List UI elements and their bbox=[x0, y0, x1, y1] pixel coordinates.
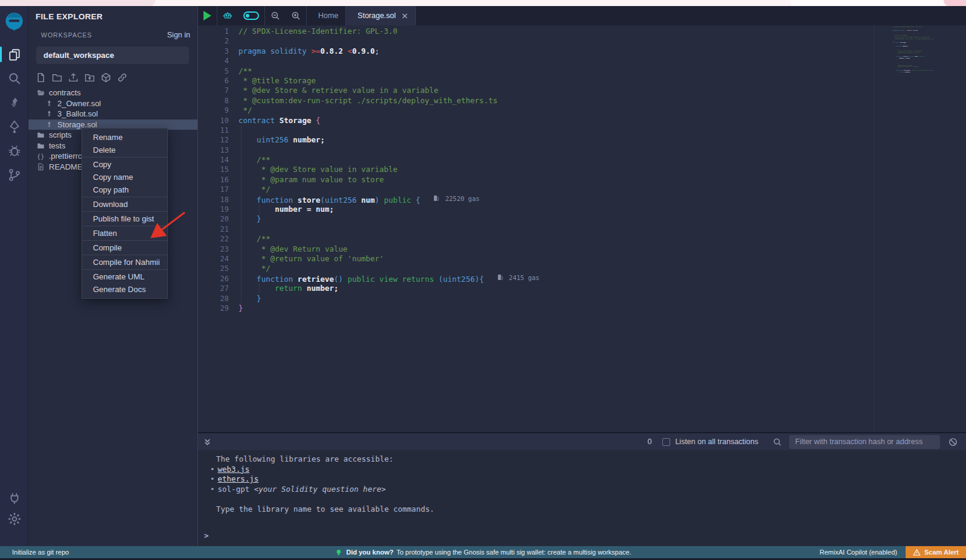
transaction-filter-input[interactable] bbox=[789, 435, 940, 449]
terminal-line bbox=[210, 494, 966, 504]
code-line: // SPDX-License-Identifier: GPL-3.0 bbox=[238, 27, 888, 36]
code-line: */ bbox=[238, 264, 888, 273]
rail-git[interactable] bbox=[0, 163, 28, 187]
upload-files-button[interactable] bbox=[68, 72, 78, 83]
tab-storage-sol[interactable]: Storage.sol bbox=[346, 6, 415, 25]
file-tree-item-3-ballot-sol[interactable]: 3_Ballot.sol bbox=[28, 109, 197, 119]
terminal-line: •ethers.js bbox=[210, 474, 966, 485]
file-toolbar bbox=[28, 69, 197, 86]
context-menu-item-rename[interactable]: Rename bbox=[82, 131, 167, 144]
context-menu-item-copy[interactable]: Copy bbox=[82, 158, 167, 171]
line-number: 18 bbox=[198, 195, 229, 205]
terminal-search-icon[interactable] bbox=[773, 438, 782, 447]
folder-open-icon bbox=[37, 89, 45, 97]
line-number: 6 bbox=[198, 76, 229, 86]
browser-chrome-strip bbox=[0, 0, 966, 6]
zoom-out-button[interactable] bbox=[265, 6, 286, 25]
context-menu-item-delete[interactable]: Delete bbox=[82, 144, 167, 156]
scam-alert-button[interactable]: Scam Alert bbox=[906, 546, 966, 558]
code-line: return number; bbox=[238, 284, 888, 293]
context-menu-item-generate-uml[interactable]: Generate UML bbox=[82, 270, 167, 283]
line-number: 29 bbox=[198, 304, 229, 313]
git-init-button[interactable]: Initialize as git repo bbox=[12, 549, 69, 556]
code-editor[interactable]: 1234567891011121314151617181920212223242… bbox=[198, 25, 966, 432]
code-line: * @dev Store value in variable bbox=[238, 165, 888, 174]
code-line bbox=[238, 36, 888, 46]
cube-button[interactable] bbox=[101, 72, 111, 83]
rail-deploy-run[interactable] bbox=[0, 115, 28, 139]
terminal-link-ethers-js[interactable]: ethers.js bbox=[218, 474, 259, 483]
context-menu-item-copy-path[interactable]: Copy path bbox=[82, 183, 167, 196]
terminal[interactable]: The following libraries are accessible:•… bbox=[198, 450, 966, 546]
rail-search[interactable] bbox=[0, 66, 28, 91]
minimap[interactable]: // SPDX-License-Identifier: GPL-3.0pragm… bbox=[892, 27, 933, 77]
line-number: 15 bbox=[198, 165, 229, 174]
sign-in-button[interactable]: Sign in bbox=[164, 31, 190, 39]
line-number: 3 bbox=[198, 46, 229, 56]
menu-divider bbox=[82, 197, 167, 197]
menu-divider bbox=[82, 240, 167, 241]
context-menu-item-generate-docs[interactable]: Generate Docs bbox=[82, 283, 167, 296]
close-tab-icon[interactable] bbox=[401, 13, 408, 19]
remix-logo-icon[interactable] bbox=[4, 11, 25, 32]
rail-settings[interactable] bbox=[0, 509, 28, 529]
code-line: * @dev Return value bbox=[238, 244, 888, 254]
context-menu-item-compile-for-nahmii[interactable]: Compile for Nahmii bbox=[82, 256, 167, 269]
play-button[interactable] bbox=[198, 6, 217, 25]
context-menu-item-publish-file-to-gist[interactable]: Publish file to gist bbox=[82, 212, 167, 225]
rail-file-explorer[interactable] bbox=[0, 42, 28, 66]
code-line: } bbox=[238, 214, 888, 224]
code-line: /** bbox=[238, 155, 888, 165]
browser-chrome-segment bbox=[0, 0, 155, 6]
editor-code[interactable]: // SPDX-License-Identifier: GPL-3.0pragm… bbox=[238, 27, 888, 313]
tab-home[interactable]: Home bbox=[307, 6, 345, 25]
line-number: 8 bbox=[198, 96, 229, 106]
terminal-expand-button[interactable] bbox=[203, 438, 212, 447]
context-menu-item-copy-name[interactable]: Copy name bbox=[82, 171, 167, 183]
remixai-robot-button[interactable] bbox=[217, 6, 238, 25]
code-line: } bbox=[238, 294, 888, 304]
clear-console-icon[interactable] bbox=[948, 438, 958, 447]
line-number: 24 bbox=[198, 254, 229, 264]
bullet-icon: • bbox=[210, 474, 215, 483]
file-label: tests bbox=[49, 141, 65, 150]
workspaces-label: WORKSPACES bbox=[41, 31, 164, 39]
copilot-status[interactable]: RemixAI Copilot (enabled) bbox=[820, 549, 897, 556]
code-line: /** bbox=[238, 234, 888, 244]
rail-debugger[interactable] bbox=[0, 139, 28, 163]
context-menu-item-flatten[interactable]: Flatten bbox=[82, 227, 167, 240]
terminal-link-web3-js[interactable]: web3.js bbox=[218, 465, 250, 474]
line-number-gutter: 1234567891011121314151617181920212223242… bbox=[198, 27, 238, 313]
workspace-select[interactable]: default_workspace bbox=[36, 46, 189, 64]
file-tree-item-contracts[interactable]: contracts bbox=[28, 88, 197, 98]
line-number: 14 bbox=[198, 155, 229, 165]
line-number: 20 bbox=[198, 214, 229, 224]
upload-folder-button[interactable] bbox=[85, 72, 95, 83]
icon-rail bbox=[0, 6, 28, 546]
gas-estimate: 22520 gas bbox=[433, 195, 479, 202]
rail-solidity-compiler[interactable] bbox=[0, 91, 28, 115]
new-folder-button[interactable] bbox=[52, 72, 62, 83]
copilot-toggle[interactable] bbox=[238, 6, 264, 25]
listen-checkbox[interactable] bbox=[662, 438, 670, 446]
toggle-on-icon bbox=[243, 11, 259, 20]
zoom-in-button[interactable] bbox=[286, 6, 306, 25]
terminal-prompt[interactable]: > bbox=[204, 531, 209, 541]
terminal-text: Type the library name to see available c… bbox=[216, 504, 434, 514]
link-button[interactable] bbox=[117, 72, 127, 83]
context-menu-item-download[interactable]: Download bbox=[82, 198, 167, 211]
new-file-button[interactable] bbox=[36, 72, 46, 83]
listen-label: Listen on all transactions bbox=[675, 438, 758, 446]
file-tree-item-2-owner-sol[interactable]: 2_Owner.sol bbox=[28, 98, 197, 109]
file-label: contracts bbox=[49, 88, 81, 97]
terminal-header: 0 Listen on all transactions bbox=[198, 432, 966, 450]
code-line: */ bbox=[238, 185, 888, 194]
solidity-file-icon bbox=[45, 121, 53, 129]
lightbulb-icon bbox=[334, 549, 346, 556]
code-line: */ bbox=[238, 106, 888, 115]
context-menu-item-compile[interactable]: Compile bbox=[82, 241, 167, 254]
code-line: function retrieve() public view returns … bbox=[238, 274, 888, 284]
panel-title: FILE EXPLORER bbox=[36, 12, 179, 21]
rail-plugin-manager[interactable] bbox=[0, 488, 28, 509]
indent-guide bbox=[241, 126, 242, 304]
